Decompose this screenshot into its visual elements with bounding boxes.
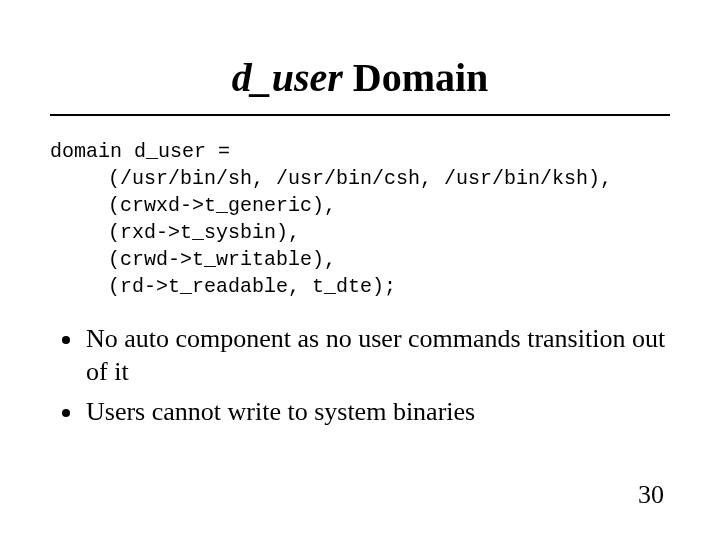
slide: d_user Domain domain d_user =(/usr/bin/s… <box>0 0 720 540</box>
bullet-item: Users cannot write to system binaries <box>84 395 670 428</box>
bullet-item: No auto component as no user commands tr… <box>84 322 670 389</box>
code-line-5: (crwd->t_writable), <box>50 246 670 273</box>
code-line-2: (/usr/bin/sh, /usr/bin/csh, /usr/bin/ksh… <box>50 165 670 192</box>
title-italic: d_user <box>232 55 343 100</box>
code-line-6: (rd->t_readable, t_dte); <box>50 273 670 300</box>
code-block: domain d_user =(/usr/bin/sh, /usr/bin/cs… <box>50 138 670 300</box>
code-line-4: (rxd->t_sysbin), <box>50 219 670 246</box>
title-rule <box>50 114 670 116</box>
title-wrap: d_user Domain <box>50 56 670 100</box>
slide-title: d_user Domain <box>232 56 489 100</box>
bullet-list: No auto component as no user commands tr… <box>50 322 670 428</box>
title-rest: Domain <box>343 55 489 100</box>
code-line-1: domain d_user = <box>50 138 670 165</box>
code-line-3: (crwxd->t_generic), <box>50 192 670 219</box>
page-number: 30 <box>638 480 664 510</box>
